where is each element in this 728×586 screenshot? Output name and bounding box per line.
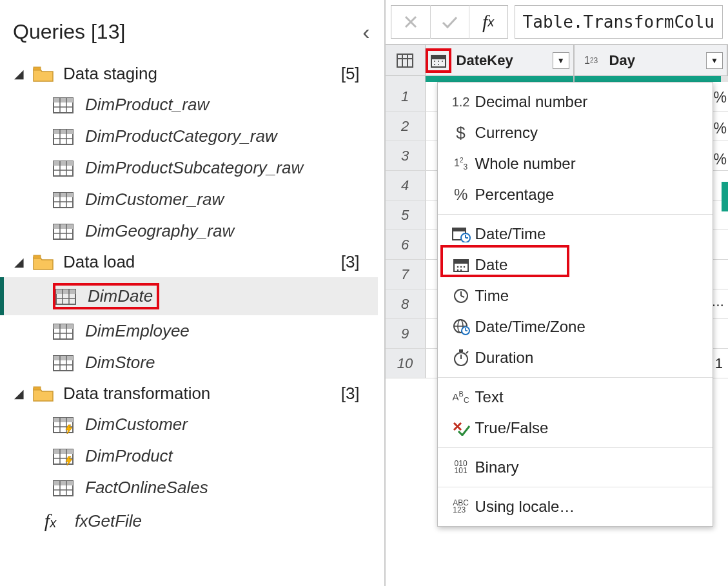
row-number: 3 <box>386 141 426 170</box>
type-dropdown-menu: 1.2Decimal number$Currency123Whole numbe… <box>437 82 713 527</box>
type-option-time[interactable]: Time <box>438 280 713 311</box>
query-label: FactOnlineSales <box>85 478 208 498</box>
query-dimstore[interactable]: DimStore <box>12 347 378 378</box>
svg-point-70 <box>442 61 443 62</box>
row-number: 9 <box>386 319 426 348</box>
type-label: Percentage <box>475 186 555 204</box>
type-icon <box>447 420 475 436</box>
row-number: 5 <box>386 200 426 230</box>
type-option-binary[interactable]: 010101Binary <box>438 452 713 483</box>
type-option-date-time-zone[interactable]: Date/Time/Zone <box>438 311 713 342</box>
svg-line-87 <box>461 296 464 297</box>
query-dimproduct_raw[interactable]: DimProduct_raw <box>12 89 378 121</box>
table-icon <box>55 288 77 306</box>
type-option-using-locale-[interactable]: ABC123Using locale… <box>438 491 713 522</box>
type-icon: ABC123 <box>447 500 475 514</box>
type-option-percentage[interactable]: %Percentage <box>438 179 713 210</box>
table-icon <box>53 222 75 240</box>
column-type-icon-whole[interactable]: 123 <box>578 48 604 73</box>
type-option-currency[interactable]: $Currency <box>438 117 713 148</box>
svg-point-68 <box>434 61 435 62</box>
row-number: 4 <box>386 171 426 200</box>
type-option-true-false[interactable]: True/False <box>438 413 713 444</box>
cancel-formula-button[interactable] <box>391 5 430 39</box>
data-grid: DateKey ▼ 123 Day ▼ 1234567891/9/2018101… <box>386 45 728 586</box>
type-icon <box>447 288 475 304</box>
type-label: Date <box>475 256 508 274</box>
folder-count: [3] <box>341 252 360 272</box>
quality-bar-fragment <box>722 182 728 211</box>
type-label: Time <box>475 287 509 305</box>
row-number: 2 <box>386 112 426 141</box>
folder-icon <box>32 385 54 402</box>
expand-caret-icon[interactable]: ◢ <box>14 386 28 401</box>
expand-caret-icon[interactable]: ◢ <box>14 66 28 81</box>
column-filter-dropdown[interactable]: ▼ <box>553 52 569 69</box>
column-type-icon[interactable] <box>426 48 451 73</box>
query-label: DimGeography_raw <box>85 221 234 241</box>
query-dimdate[interactable]: DimDate <box>0 277 378 315</box>
query-label: DimDate <box>88 286 153 306</box>
column-quality-bar <box>426 76 575 82</box>
query-label: DimProduct <box>85 446 173 466</box>
svg-rect-50 <box>54 449 73 454</box>
table-icon[interactable] <box>386 45 426 75</box>
type-option-duration[interactable]: Duration <box>438 342 713 373</box>
svg-line-97 <box>466 351 468 353</box>
svg-rect-67 <box>431 55 446 59</box>
query-dimproduct[interactable]: DimProduct <box>12 440 378 472</box>
type-icon: 1.2 <box>447 95 475 110</box>
query-label: DimEmployee <box>85 321 190 341</box>
svg-rect-12 <box>54 161 73 166</box>
type-label: True/False <box>475 419 549 437</box>
fx-icon[interactable]: fx <box>469 5 507 39</box>
svg-rect-28 <box>56 289 75 294</box>
query-dimcustomer[interactable]: DimCustomer <box>12 409 378 440</box>
svg-point-81 <box>460 266 462 268</box>
folder-data-transformation[interactable]: ◢Data transformation[3] <box>12 378 378 409</box>
svg-rect-33 <box>54 324 73 329</box>
type-icon <box>447 349 475 367</box>
query-fxgetfile[interactable]: fxfxGetFile <box>12 503 378 538</box>
svg-point-69 <box>438 61 439 62</box>
query-dimproductcategory_raw[interactable]: DimProductCategory_raw <box>12 121 378 152</box>
svg-rect-74 <box>453 228 466 231</box>
type-option-date-time[interactable]: Date/Time <box>438 219 713 249</box>
commit-formula-button[interactable] <box>430 5 469 39</box>
type-option-whole-number[interactable]: 123Whole number <box>438 148 713 179</box>
expand-caret-icon[interactable]: ◢ <box>14 255 28 269</box>
svg-rect-7 <box>54 130 73 134</box>
type-icon <box>447 226 475 242</box>
svg-point-80 <box>457 266 458 268</box>
folder-count: [5] <box>341 64 360 84</box>
type-option-text[interactable]: ABCText <box>438 382 713 413</box>
type-label: Whole number <box>475 155 576 173</box>
query-dimemployee[interactable]: DimEmployee <box>12 315 378 347</box>
type-label: Currency <box>475 124 538 142</box>
query-dimproductsubcategory_raw[interactable]: DimProductSubcategory_raw <box>12 152 378 184</box>
query-dimcustomer_raw[interactable]: DimCustomer_raw <box>12 184 378 215</box>
column-header-datekey[interactable]: DateKey <box>457 52 553 69</box>
type-label: Using locale… <box>475 498 575 516</box>
type-option-date[interactable]: Date <box>438 249 713 280</box>
query-factonlinesales[interactable]: FactOnlineSales <box>12 472 378 503</box>
query-label: fxGetFile <box>75 511 142 531</box>
folder-data-load[interactable]: ◢Data load[3] <box>12 247 378 277</box>
row-number: 6 <box>386 230 426 259</box>
query-dimgeography_raw[interactable]: DimGeography_raw <box>12 215 378 247</box>
type-icon: 010101 <box>447 460 475 474</box>
svg-rect-17 <box>54 193 73 197</box>
query-label: DimProduct_raw <box>85 95 209 115</box>
svg-point-72 <box>438 64 439 65</box>
query-label: DimProductCategory_raw <box>85 126 277 146</box>
folder-data-staging[interactable]: ◢Data staging[5] <box>12 59 378 89</box>
column-header-day[interactable]: Day <box>609 52 706 69</box>
column-filter-dropdown[interactable]: ▼ <box>706 52 723 69</box>
type-label: Binary <box>475 458 519 476</box>
formula-input[interactable]: Table.TransformColu <box>515 5 723 39</box>
table-icon <box>53 191 75 209</box>
table-icon <box>53 354 75 372</box>
type-option-decimal-number[interactable]: 1.2Decimal number <box>438 86 713 117</box>
column-quality-bar <box>575 76 728 82</box>
collapse-pane-chevron[interactable]: ‹ <box>362 19 369 44</box>
